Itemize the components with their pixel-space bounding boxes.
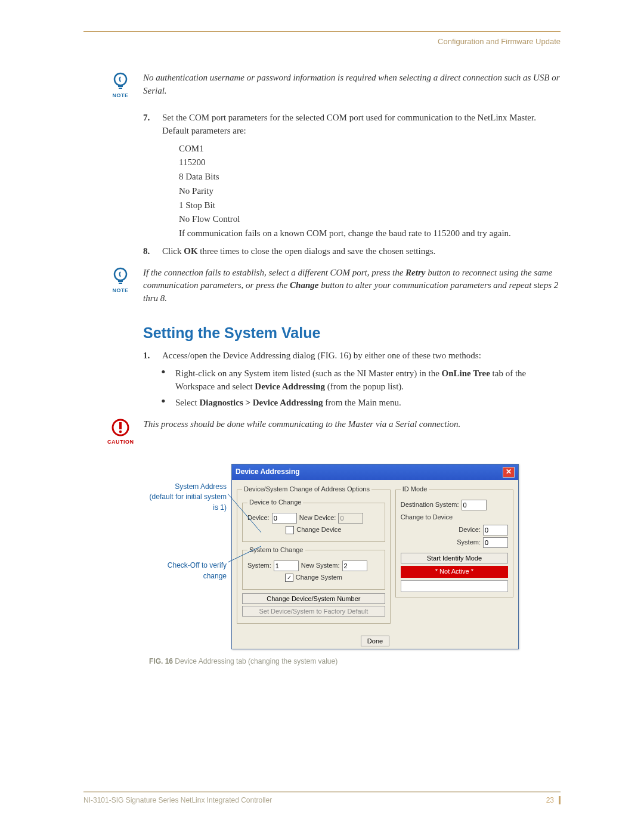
status-empty: [401, 580, 508, 592]
com-params: COM1 115200 8 Data Bits No Parity 1 Stop…: [179, 143, 561, 240]
note-label: NOTE: [107, 92, 134, 100]
s8-bold: OK: [184, 246, 197, 256]
bullet-text: Select Diagnostics > Device Addressing f…: [175, 397, 401, 410]
svg-point-4: [119, 431, 122, 433]
change-number-button[interactable]: Change Device/System Number: [242, 593, 385, 604]
step-7: 7. Set the COM port parameters for the s…: [143, 112, 561, 138]
change-device-label: Change Device: [296, 525, 341, 535]
change-system-checkbox[interactable]: ✓: [285, 574, 293, 582]
exclamation-icon: [111, 418, 130, 437]
b1-d: Device Addressing: [255, 382, 325, 391]
device-addressing-dialog: Device Addressing ✕ Device/System Change…: [231, 464, 519, 649]
done-button[interactable]: Done: [361, 636, 389, 646]
bullet-list: • Right-click on any System item listed …: [161, 367, 561, 410]
param: 1 Stop Bit: [179, 199, 561, 212]
footer-title: NI-3101-SIG Signature Series NetLinx Int…: [83, 796, 272, 804]
system2-label: System:: [457, 538, 481, 547]
group-system-to-change: System to Change System: New System: ✓: [242, 546, 385, 590]
close-icon[interactable]: ✕: [503, 467, 515, 478]
param: No Parity: [179, 185, 561, 198]
bullet-1: • Right-click on any System item listed …: [161, 367, 561, 394]
device2-label: Device:: [459, 525, 481, 535]
callout-check-off: Check-Off to verify change: [149, 561, 227, 581]
figure-callouts: System Address (default for initial syst…: [149, 464, 227, 581]
step-body: Access/open the Device Addressing dialog…: [162, 349, 561, 363]
figure-caption: FIG. 16 Device Addressing tab (changing …: [149, 657, 561, 667]
leader-lines: [227, 464, 262, 583]
new-device-input[interactable]: [338, 513, 363, 524]
note-text: No authentication username or password i…: [143, 72, 561, 98]
note-icon: NOTE: [107, 267, 134, 295]
page: Configuration and Firmware Update NOTE N…: [0, 0, 644, 833]
lightbulb-icon: [111, 267, 130, 286]
step-1: 1. Access/open the Device Addressing dia…: [143, 349, 561, 363]
legend: ID Mode: [401, 485, 429, 494]
step-number: 8.: [143, 245, 156, 258]
start-identify-button[interactable]: Start Identify Mode: [401, 553, 508, 563]
note-label: NOTE: [107, 287, 134, 295]
svg-rect-3: [119, 422, 122, 429]
page-number: 23: [546, 796, 561, 804]
change-to-device-label: Change to Device: [401, 513, 508, 522]
caution-label: CAUTION: [107, 438, 134, 446]
svg-point-0: [114, 73, 126, 85]
dialog-body: Device/System Change of Address Options …: [232, 480, 518, 632]
group-device-to-change: Device to Change Device: New Device: C: [242, 498, 385, 542]
dest-system-label: Destination System:: [401, 500, 459, 510]
b2-b: Diagnostics > Device Addressing: [199, 398, 323, 407]
bullet-2: • Select Diagnostics > Device Addressing…: [161, 397, 561, 410]
content: NOTE No authentication username or passw…: [107, 72, 561, 667]
step-body: Click OK three times to close the open d…: [162, 245, 561, 258]
param: COM1: [179, 143, 561, 156]
caution-icon: CAUTION: [107, 418, 134, 446]
change-device-checkbox[interactable]: [286, 526, 294, 534]
n2-d: Change: [290, 280, 318, 290]
b1-e: (from the popup list).: [325, 382, 404, 391]
caution-block: CAUTION This process should be done whil…: [107, 418, 561, 446]
done-row: Done: [232, 632, 518, 649]
note-text: If the connection fails to establish, se…: [143, 267, 561, 305]
caption-text: Device Addressing tab (changing the syst…: [173, 657, 338, 665]
group-id-mode: ID Mode Destination System: Change to De…: [395, 485, 513, 597]
system-input[interactable]: [274, 561, 299, 571]
dest-system-input[interactable]: [462, 500, 487, 510]
s8-prefix: Click: [162, 246, 184, 256]
device-input[interactable]: [272, 513, 297, 524]
b2-a: Select: [175, 398, 199, 407]
bullet-text: Right-click on any System item listed (s…: [175, 367, 561, 394]
svg-line-6: [228, 546, 261, 562]
change-system-label: Change System: [296, 573, 342, 583]
note-icon: NOTE: [107, 72, 134, 100]
bullet-dot: •: [161, 397, 169, 410]
caution-text: This process should be done while commun…: [144, 418, 561, 431]
status-not-active: * Not Active *: [401, 566, 508, 578]
s8-suffix: three times to close the open dialogs an…: [198, 246, 436, 256]
svg-point-1: [114, 268, 126, 280]
section-heading: Setting the System Value: [143, 322, 561, 343]
system2-input[interactable]: [483, 537, 508, 548]
step-8: 8. Click OK three times to close the ope…: [143, 245, 561, 258]
step-number: 1.: [143, 349, 156, 363]
page-footer: NI-3101-SIG Signature Series NetLinx Int…: [83, 791, 561, 804]
new-device-label: New Device:: [299, 513, 336, 523]
factory-default-button[interactable]: Set Device/System to Factory Default: [242, 606, 385, 617]
b2-c: from the Main menu.: [323, 398, 401, 407]
step-body: Set the COM port parameters for the sele…: [162, 112, 561, 138]
top-rule: [83, 31, 561, 32]
n2-a: If the connection fails to establish, se…: [143, 268, 405, 277]
step7-text-b: If communication fails on a known COM po…: [179, 227, 561, 240]
caption-bold: FIG. 16: [149, 657, 173, 665]
param: No Flow Control: [179, 213, 561, 226]
header-section-title: Configuration and Firmware Update: [438, 37, 561, 46]
param: 8 Data Bits: [179, 171, 561, 184]
new-system-label: New System:: [301, 561, 340, 571]
note-block-1: NOTE No authentication username or passw…: [107, 72, 561, 100]
dialog-titlebar[interactable]: Device Addressing ✕: [232, 465, 518, 480]
b1-a: Right-click on any System item listed (s…: [175, 368, 442, 378]
bullet-dot: •: [161, 367, 169, 394]
step7-text-a: Set the COM port parameters for the sele…: [162, 113, 536, 135]
lightbulb-icon: [111, 72, 130, 91]
device2-input[interactable]: [483, 525, 508, 535]
new-system-input[interactable]: [342, 561, 367, 571]
param: 115200: [179, 156, 561, 169]
